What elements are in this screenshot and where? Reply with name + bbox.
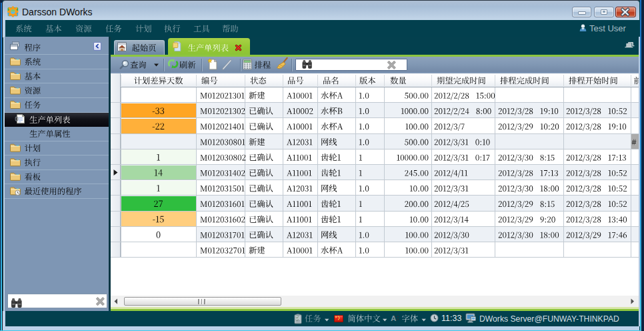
svg-text:A: A: [391, 314, 396, 322]
